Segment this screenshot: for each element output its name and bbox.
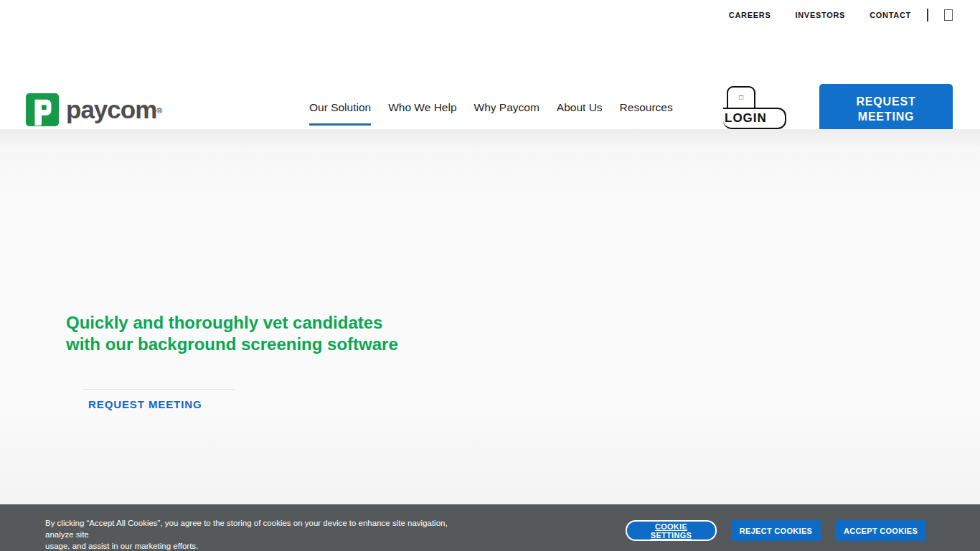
cookie-consent-banner: By clicking “Accept All Cookies”, you ag… [0, 504, 980, 551]
cookie-message: By clicking “Accept All Cookies”, you ag… [45, 517, 476, 551]
hero-heading: Quickly and thoroughly vet candidates wi… [66, 312, 398, 355]
accept-cookies-button[interactable]: ACCEPT COOKIES [835, 520, 926, 541]
hero-request-meeting-link[interactable]: REQUEST MEETING [88, 398, 202, 410]
nav-item-why-paycom[interactable]: Why Paycom [474, 101, 540, 123]
nav-item-resources[interactable]: Resources [620, 101, 673, 123]
paycom-logo-icon [26, 93, 59, 126]
reject-cookies-button[interactable]: REJECT COOKIES [731, 520, 821, 541]
paycom-logo-text: paycom® [66, 93, 161, 126]
investors-link[interactable]: INVESTORS [795, 11, 845, 19]
main-header: paycom® Our Solution Who We Help Why Pay… [0, 30, 980, 129]
nav-item-our-solution[interactable]: Our Solution [309, 101, 371, 126]
nav-item-about-us[interactable]: About Us [557, 101, 603, 123]
contact-link[interactable]: CONTACT [870, 11, 911, 19]
cookie-message-line2: usage, and assist in our marketing effor… [45, 540, 476, 551]
top-utility-bar: CAREERS INVESTORS CONTACT [0, 0, 980, 30]
hero-heading-line1: Quickly and thoroughly vet candidates [66, 312, 398, 334]
search-icon[interactable] [944, 9, 953, 21]
page: CAREERS INVESTORS CONTACT paycom® Our So… [0, 0, 980, 551]
main-nav: Our Solution Who We Help Why Paycom Abou… [309, 101, 673, 126]
hero-section: Quickly and thoroughly vet candidates wi… [0, 129, 980, 504]
nav-item-who-we-help[interactable]: Who We Help [388, 101, 456, 123]
hero-cta-divider [83, 389, 235, 390]
login-label: LOGIN [725, 111, 767, 126]
login-user-icon-box: □ [727, 86, 755, 108]
topbar-divider [927, 9, 928, 22]
paycom-logo[interactable]: paycom® [26, 93, 161, 126]
missing-glyph-icon: □ [739, 94, 743, 101]
registered-mark: ® [156, 106, 161, 115]
login-button[interactable]: □ LOGIN [723, 86, 786, 129]
cookie-message-line1: By clicking “Accept All Cookies”, you ag… [45, 517, 476, 540]
cookie-settings-label: COOKIE SETTINGS [634, 522, 708, 540]
request-meeting-button[interactable]: REQUEST MEETING [819, 84, 953, 133]
hero-heading-line2: with our background screening software [66, 334, 398, 355]
cookie-settings-button[interactable]: COOKIE SETTINGS [626, 520, 717, 541]
careers-link[interactable]: CAREERS [729, 11, 771, 19]
login-label-box: LOGIN [723, 108, 786, 129]
